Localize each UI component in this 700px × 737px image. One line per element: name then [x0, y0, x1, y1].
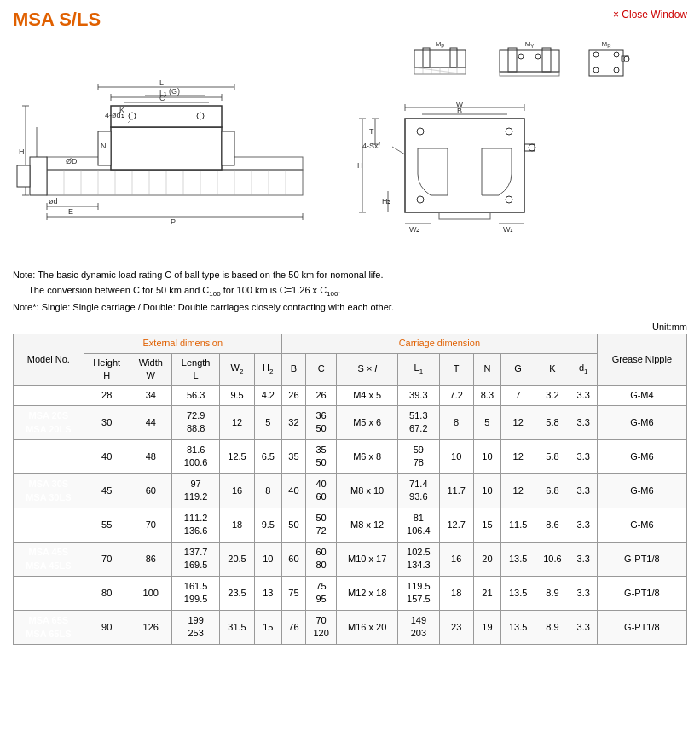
svg-point-72	[535, 54, 541, 59]
svg-point-71	[518, 54, 524, 59]
svg-rect-57	[414, 50, 466, 67]
c-cell: 75 95	[306, 576, 337, 610]
l1-cell: 149 203	[398, 610, 439, 644]
c-cell: 50 72	[306, 508, 337, 542]
dimensions-table: Model No. External dimension Carriage di…	[13, 334, 687, 645]
g-cell: 12	[501, 439, 535, 473]
n-cell: 8.3	[473, 386, 500, 406]
w2-header: W2	[220, 353, 254, 386]
h2-cell: 8	[254, 473, 281, 508]
h2-header: H2	[254, 353, 281, 386]
right-diagrams: MP MY	[354, 38, 687, 259]
svg-rect-73	[500, 72, 559, 76]
grease-cell: G-M4	[597, 386, 686, 406]
grease-cell: G-M6	[597, 405, 686, 439]
model-cell: MSA 20S MSA 20LS	[14, 405, 84, 439]
b-header: B	[281, 353, 305, 386]
sxl-cell: M4 x 5	[337, 386, 398, 406]
table-row: MSA 25S MSA 25LS404881.6 100.612.56.5353…	[14, 439, 687, 473]
l1-cell: 102.5 134.3	[398, 542, 439, 576]
k-header: K	[535, 353, 570, 386]
svg-text:H: H	[19, 148, 25, 156]
h-cell: 30	[84, 405, 130, 439]
grease-cell: G-M6	[597, 508, 686, 542]
t-cell: 16	[439, 542, 473, 576]
l-cell: 199 253	[171, 610, 220, 644]
svg-text:MR: MR	[601, 40, 611, 49]
g-cell: 13.5	[501, 542, 535, 576]
g-cell: 13.5	[501, 576, 535, 610]
diagrams-area: (G) L L₁ C K N 4-ød₁ ØD	[13, 38, 687, 259]
k-cell: 5.8	[535, 405, 570, 439]
h-cell: 45	[84, 473, 130, 508]
svg-text:N: N	[101, 142, 107, 150]
svg-text:H₂: H₂	[382, 197, 391, 206]
page-title: MSA S/LS	[13, 9, 101, 31]
model-cell: MSA 65S MSA 65LS	[14, 610, 84, 644]
mp-view: MP	[410, 38, 478, 89]
n-cell: 21	[473, 576, 500, 610]
t-cell: 23	[439, 610, 473, 644]
g-cell: 7	[501, 386, 535, 406]
b-cell: 35	[281, 439, 305, 473]
w2-cell: 20.5	[220, 542, 254, 576]
model-no-header: Model No.	[14, 334, 84, 386]
table-row: MSA 30S MSA 30LS456097 119.21684040 60M8…	[14, 473, 687, 508]
model-cell: MSA 55S MSA 55LS	[14, 576, 84, 610]
l-cell: 137.7 169.5	[171, 542, 220, 576]
note-3: Note*: Single: Single carriage / Double:…	[13, 300, 687, 316]
c-cell: 26	[306, 386, 337, 406]
w-cell: 126	[130, 610, 171, 644]
svg-text:(G): (G)	[169, 87, 180, 96]
l-cell: 72.9 88.8	[171, 405, 220, 439]
mr-view: MR	[581, 38, 632, 89]
k-cell: 8.9	[535, 576, 570, 610]
b-cell: 75	[281, 576, 305, 610]
svg-point-78	[593, 67, 599, 73]
n-cell: 15	[473, 508, 500, 542]
sxl-cell: M5 x 6	[337, 405, 398, 439]
sxl-cell: M10 x 17	[337, 542, 398, 576]
h2-cell: 4.2	[254, 386, 281, 406]
model-cell: MSA 15S	[14, 386, 84, 406]
h2-cell: 9.5	[254, 508, 281, 542]
external-dim-header: External dimension	[84, 334, 281, 353]
grease-cell: G-M6	[597, 473, 686, 508]
close-button[interactable]: Close Window	[613, 9, 687, 20]
table-row: MSA 20S MSA 20LS304472.9 88.81253236 50M…	[14, 405, 687, 439]
l1-cell: 81 106.4	[398, 508, 439, 542]
c-cell: 40 60	[306, 473, 337, 508]
svg-point-76	[593, 52, 599, 57]
c-cell: 70 120	[306, 610, 337, 644]
n-cell: 5	[473, 405, 500, 439]
w-header: WidthW	[130, 353, 171, 386]
w-cell: 34	[130, 386, 171, 406]
svg-text:C: C	[159, 94, 165, 102]
t-cell: 18	[439, 576, 473, 610]
b-cell: 50	[281, 508, 305, 542]
svg-rect-55	[17, 165, 30, 187]
g-header: G	[501, 353, 535, 386]
c-cell: 35 50	[306, 439, 337, 473]
l-cell: 81.6 100.6	[171, 439, 220, 473]
w2-cell: 12.5	[220, 439, 254, 473]
b-cell: 60	[281, 542, 305, 576]
front-view: 4-Sxl W B T H H₂	[354, 97, 610, 247]
model-cell: MSA 30S MSA 30LS	[14, 473, 84, 508]
grease-header: Grease Nipple	[597, 334, 686, 386]
w2-cell: 16	[220, 473, 254, 508]
sxl-cell: M12 x 18	[337, 576, 398, 610]
n-cell: 20	[473, 542, 500, 576]
d1-cell: 3.3	[570, 439, 597, 473]
b-cell: 26	[281, 386, 305, 406]
grease-cell: G-PT1/8	[597, 610, 686, 644]
svg-text:4-Sxl: 4-Sxl	[362, 142, 381, 150]
svg-text:T: T	[369, 127, 374, 136]
svg-text:W₁: W₁	[503, 225, 514, 234]
svg-text:ød: ød	[49, 197, 58, 206]
note-2: The conversion between C for 50 km and C…	[13, 283, 687, 300]
svg-rect-17	[111, 106, 222, 127]
n-cell: 19	[473, 610, 500, 644]
note-1: Note: The basic dynamic load rating C of…	[13, 268, 687, 283]
d1-cell: 3.3	[570, 473, 597, 508]
